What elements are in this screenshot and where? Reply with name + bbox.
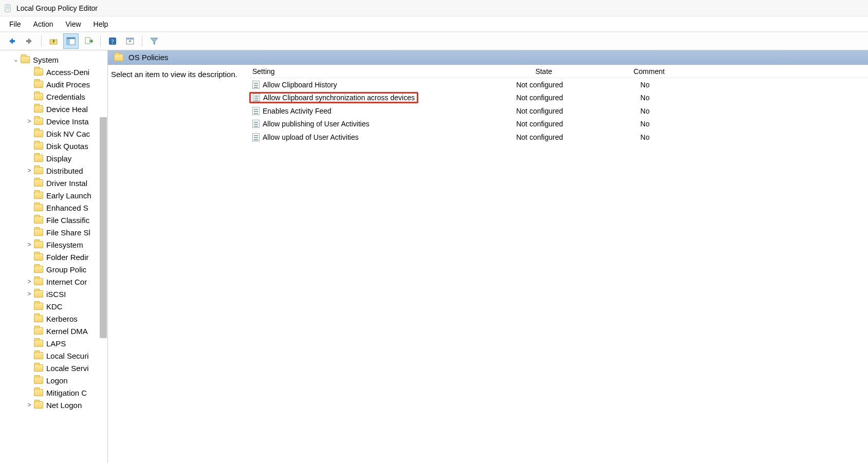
policy-row[interactable]: Allow Clipboard synchronization across d…: [249, 91, 868, 105]
tree-item[interactable]: Kernel DMA: [0, 325, 107, 337]
tree-item[interactable]: >iSCSI: [0, 288, 107, 300]
folder-icon: [34, 142, 43, 150]
tree-label: Internet Cor: [46, 277, 87, 286]
tree-item[interactable]: Local Securi: [0, 349, 107, 362]
show-hide-tree-button[interactable]: [63, 33, 79, 49]
policy-row[interactable]: Allow upload of User ActivitiesNot confi…: [249, 131, 868, 144]
expand-icon[interactable]: >: [26, 401, 33, 409]
tree-label: Kerberos: [46, 314, 78, 323]
tree-item[interactable]: Mitigation C: [0, 386, 107, 399]
folder-icon: [114, 54, 123, 61]
main-area: ⌄ System Access-DeniAudit ProcesCredenti…: [0, 50, 868, 463]
tree-item[interactable]: >Internet Cor: [0, 275, 107, 288]
tree-item[interactable]: File Share Sl: [0, 226, 107, 238]
menu-help[interactable]: Help: [87, 16, 115, 31]
tree-label: LAPS: [46, 339, 66, 348]
tree-item[interactable]: Audit Proces: [0, 78, 107, 90]
title-bar: Local Group Policy Editor: [0, 0, 868, 16]
grid-header-row: Setting State Comment: [249, 65, 868, 78]
tree-item[interactable]: Group Polic: [0, 263, 107, 275]
tree-item[interactable]: Enhanced S: [0, 201, 107, 214]
folder-icon: [34, 290, 43, 298]
policy-setting-label: Allow upload of User Activities: [263, 133, 359, 141]
tree-label: Distributed: [46, 166, 83, 175]
folder-icon: [34, 241, 43, 248]
folder-icon: [34, 303, 43, 310]
tree-item[interactable]: >Net Logon: [0, 399, 107, 411]
tree-item[interactable]: >Filesystem: [0, 238, 107, 251]
properties-button[interactable]: [122, 33, 138, 49]
policy-setting-icon: [252, 120, 260, 128]
tree-item[interactable]: Device Heal: [0, 103, 107, 115]
policy-setting-label: Allow Clipboard History: [263, 81, 337, 89]
policy-setting-label: Allow Clipboard synchronization across d…: [263, 94, 415, 102]
back-button[interactable]: [4, 33, 20, 49]
sidebar-scrollbar-thumb[interactable]: [100, 117, 107, 338]
help-button[interactable]: ?: [105, 33, 120, 49]
collapse-icon[interactable]: ⌄: [12, 56, 20, 63]
tree-item[interactable]: Kerberos: [0, 312, 107, 325]
filter-button[interactable]: [146, 33, 162, 49]
policy-row[interactable]: Enables Activity FeedNot configuredNo: [249, 104, 868, 118]
tree-item[interactable]: >Device Insta: [0, 115, 107, 127]
tree-item[interactable]: Folder Redir: [0, 251, 107, 263]
forward-button[interactable]: [22, 33, 37, 49]
expand-icon[interactable]: >: [26, 118, 33, 125]
tree-label: Display: [46, 154, 71, 163]
tree-sidebar: ⌄ System Access-DeniAudit ProcesCredenti…: [0, 50, 108, 463]
tree-label: Group Polic: [46, 265, 86, 274]
tree-label: Early Launch: [46, 191, 91, 200]
tree-label: File Share Sl: [46, 228, 90, 237]
tree-item[interactable]: Disk Quotas: [0, 140, 107, 152]
tree-item[interactable]: Disk NV Cac: [0, 127, 107, 140]
up-level-button[interactable]: [46, 33, 61, 49]
folder-icon: [34, 204, 43, 211]
tree-label: Net Logon: [46, 401, 82, 410]
toolbar: ?: [0, 32, 868, 50]
expand-icon[interactable]: >: [26, 241, 33, 248]
folder-icon: [34, 389, 43, 396]
folder-icon: [34, 192, 43, 199]
tree-item[interactable]: File Classific: [0, 214, 107, 226]
tree-label: File Classific: [46, 216, 89, 225]
export-list-button[interactable]: [81, 33, 96, 49]
folder-icon: [34, 364, 43, 372]
menu-view[interactable]: View: [59, 16, 87, 31]
tree-label: Logon: [46, 376, 68, 385]
tree-label: Audit Proces: [46, 80, 90, 89]
tree-item[interactable]: Logon: [0, 374, 107, 386]
tree-item[interactable]: Display: [0, 152, 107, 164]
policy-setting-icon: [252, 133, 260, 141]
policy-row[interactable]: Allow publishing of User ActivitiesNot c…: [249, 118, 868, 131]
tree-item[interactable]: Locale Servi: [0, 362, 107, 374]
tree-label: Local Securi: [46, 351, 89, 360]
svg-text:?: ?: [111, 38, 114, 45]
expand-icon[interactable]: >: [26, 278, 33, 285]
description-pane: Select an item to view its description.: [108, 65, 249, 463]
folder-icon: [34, 105, 43, 113]
expand-icon[interactable]: >: [26, 167, 33, 174]
col-header-setting[interactable]: Setting: [249, 67, 490, 76]
col-header-comment[interactable]: Comment: [598, 67, 700, 76]
folder-icon: [34, 401, 43, 409]
tree-item[interactable]: Driver Instal: [0, 177, 107, 189]
tree-item[interactable]: KDC: [0, 300, 107, 312]
tree-root-system[interactable]: ⌄ System: [0, 53, 107, 66]
folder-icon: [34, 377, 43, 384]
folder-icon: [34, 352, 43, 359]
expand-icon[interactable]: >: [26, 290, 33, 298]
tree-item[interactable]: Early Launch: [0, 189, 107, 201]
policy-state: Not configured: [486, 133, 594, 141]
tree-item[interactable]: Access-Deni: [0, 66, 107, 78]
tree-item[interactable]: Credentials: [0, 90, 107, 103]
menu-action[interactable]: Action: [27, 16, 60, 31]
policy-row[interactable]: Allow Clipboard HistoryNot configuredNo: [249, 78, 868, 91]
tree-item[interactable]: LAPS: [0, 337, 107, 349]
tree-label: Credentials: [46, 92, 85, 101]
menu-file[interactable]: File: [3, 16, 27, 31]
policy-comment: No: [594, 107, 696, 115]
tree-item[interactable]: >Distributed: [0, 164, 107, 177]
svg-rect-9: [67, 38, 75, 39]
col-header-state[interactable]: State: [490, 67, 598, 76]
folder-icon: [34, 253, 43, 261]
